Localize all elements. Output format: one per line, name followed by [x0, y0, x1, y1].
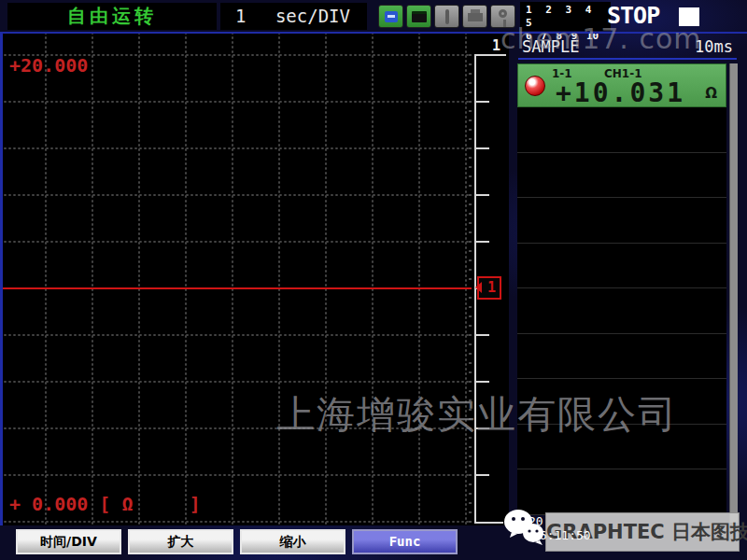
plot-grid [3, 34, 472, 525]
pen-glyph [445, 9, 449, 24]
zero-position-marker[interactable]: 1 [477, 276, 501, 300]
record-dot-icon [525, 76, 545, 96]
printer-glyph [468, 13, 483, 21]
bracket-tick [476, 101, 489, 103]
waveform-plot[interactable]: +20.000 + 0.000 [ Ω ] [0, 34, 472, 525]
memory-card-glyph [385, 11, 398, 22]
ch1-trace [3, 287, 472, 289]
channel-row [517, 469, 726, 515]
channel-row [517, 107, 726, 153]
bracket-tick [476, 241, 489, 243]
span-group-label: 1 [492, 37, 500, 54]
bracket-tick [476, 381, 489, 383]
printer-icon [462, 5, 487, 28]
display-icon [406, 5, 431, 28]
bracket-bottom-cap [474, 522, 503, 524]
time-div-button[interactable]: 时间/DIV [16, 529, 121, 554]
channel-row [517, 334, 726, 380]
display-glyph [412, 11, 427, 22]
channel-value: +10.031 [556, 77, 685, 108]
bracket-tick [476, 474, 489, 476]
channel-row [517, 288, 726, 334]
watermark-company: 上海增骏实业有限公司 [276, 389, 678, 441]
key-lock-glyph [499, 9, 507, 18]
timebase-unit: sec/DIV [275, 6, 350, 26]
bracket-tick [476, 147, 489, 149]
bracket-tick [476, 194, 489, 196]
mode-indicator: 自由运转 [7, 3, 217, 30]
func-button[interactable]: Func [352, 529, 458, 554]
channel-list [517, 107, 726, 524]
wechat-icon [502, 507, 547, 548]
watermark-chem17: chem17. com [500, 22, 702, 55]
channel-list-scrollbar[interactable] [729, 63, 738, 523]
lower-readout: + 0.000 [ Ω ] [9, 493, 201, 515]
zoom-out-button[interactable]: 缩小 [240, 529, 345, 554]
bracket-tick [476, 334, 489, 336]
zoom-in-button[interactable]: 扩大 [128, 529, 233, 554]
memory-card-icon [378, 5, 403, 28]
channel-row [517, 198, 726, 244]
channel-readout-panel[interactable]: 1-1 CH1-1 +10.031 Ω [517, 63, 726, 107]
channel-row [517, 153, 726, 199]
channel-unit: Ω [705, 85, 717, 102]
channel-row [517, 244, 726, 289]
upper-scale-value: +20.000 [9, 54, 88, 77]
timebase-display[interactable]: 1 sec/DIV [220, 3, 367, 30]
pen-icon [434, 5, 459, 28]
timebase-value: 1 [235, 6, 246, 26]
